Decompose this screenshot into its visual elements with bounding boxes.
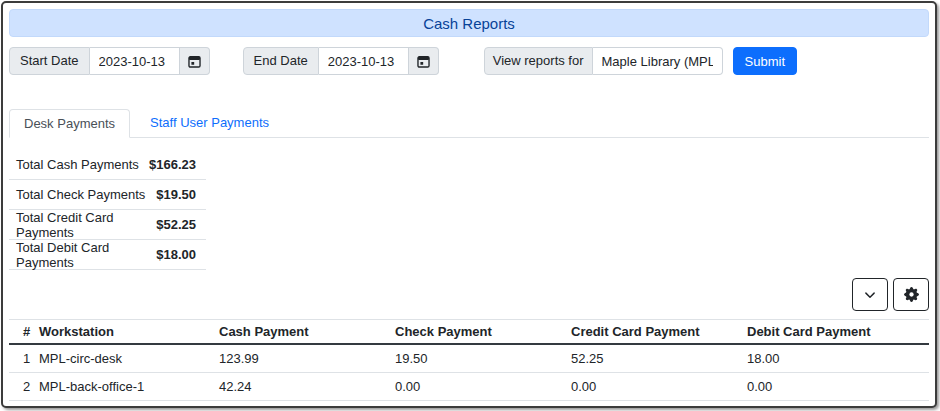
grid-settings-button[interactable] bbox=[893, 278, 929, 311]
credit-card-payment-cell: 0.00 bbox=[563, 373, 739, 401]
total-label: Total Debit Card Payments bbox=[16, 240, 156, 270]
start-date-group: Start Date bbox=[9, 47, 210, 75]
grid-header-row: # Workstation Cash Payment Check Payment… bbox=[9, 320, 929, 345]
debit-card-payment-cell: 18.00 bbox=[739, 344, 929, 373]
workstation-cell: MPL-back-office-1 bbox=[31, 373, 211, 401]
tab-desk-payments[interactable]: Desk Payments bbox=[9, 109, 130, 138]
start-date-input[interactable] bbox=[90, 47, 180, 75]
total-label: Total Credit Card Payments bbox=[16, 210, 156, 240]
payment-totals-table: Total Cash Payments $166.23 Total Check … bbox=[9, 150, 206, 270]
chevron-down-icon bbox=[864, 289, 876, 301]
page-title: Cash Reports bbox=[9, 9, 929, 37]
row-number-cell: 1 bbox=[9, 344, 31, 373]
grid-row[interactable]: 1 MPL-circ-desk 123.99 19.50 52.25 18.00 bbox=[9, 344, 929, 373]
start-date-calendar-button[interactable] bbox=[180, 47, 210, 75]
filter-bar: Start Date End Date Vi bbox=[9, 47, 929, 75]
total-cash-payments-row: Total Cash Payments $166.23 bbox=[9, 150, 206, 180]
cash-reports-window: Cash Reports Start Date End Date bbox=[1, 1, 937, 408]
end-date-input[interactable] bbox=[319, 47, 409, 75]
payments-tab-bar: Desk Payments Staff User Payments bbox=[9, 109, 929, 138]
column-header-credit-card-payment[interactable]: Credit Card Payment bbox=[563, 320, 739, 345]
grid-toolbar bbox=[9, 278, 929, 311]
credit-card-payment-cell: 52.25 bbox=[563, 344, 739, 373]
tab-staff-user-payments[interactable]: Staff User Payments bbox=[136, 109, 283, 137]
view-reports-for-group: View reports for bbox=[484, 47, 723, 75]
column-header-debit-card-payment[interactable]: Debit Card Payment bbox=[739, 320, 929, 345]
view-reports-for-label: View reports for bbox=[484, 47, 593, 75]
row-number-cell: 2 bbox=[9, 373, 31, 401]
gear-icon bbox=[904, 287, 919, 302]
desk-payments-grid: # Workstation Cash Payment Check Payment… bbox=[9, 319, 929, 401]
column-header-check-payment[interactable]: Check Payment bbox=[387, 320, 563, 345]
workstation-cell: MPL-circ-desk bbox=[31, 344, 211, 373]
total-value: $52.25 bbox=[156, 217, 196, 232]
end-date-group: End Date bbox=[243, 47, 439, 75]
grid-actions-dropdown-button[interactable] bbox=[852, 278, 888, 311]
calendar-icon bbox=[417, 55, 430, 68]
column-header-workstation[interactable]: Workstation bbox=[31, 320, 211, 345]
total-check-payments-row: Total Check Payments $19.50 bbox=[9, 180, 206, 210]
cash-payment-cell: 123.99 bbox=[211, 344, 387, 373]
total-value: $166.23 bbox=[149, 157, 196, 172]
total-label: Total Cash Payments bbox=[16, 157, 139, 172]
start-date-label: Start Date bbox=[9, 47, 90, 75]
end-date-label: End Date bbox=[243, 47, 319, 75]
end-date-calendar-button[interactable] bbox=[409, 47, 439, 75]
total-value: $19.50 bbox=[156, 187, 196, 202]
debit-card-payment-cell: 0.00 bbox=[739, 373, 929, 401]
calendar-icon bbox=[188, 55, 201, 68]
total-debit-card-payments-row: Total Debit Card Payments $18.00 bbox=[9, 240, 206, 270]
check-payment-cell: 0.00 bbox=[387, 373, 563, 401]
total-value: $18.00 bbox=[156, 247, 196, 262]
cash-payment-cell: 42.24 bbox=[211, 373, 387, 401]
submit-button[interactable]: Submit bbox=[733, 47, 797, 75]
total-credit-card-payments-row: Total Credit Card Payments $52.25 bbox=[9, 210, 206, 240]
grid-row[interactable]: 2 MPL-back-office-1 42.24 0.00 0.00 0.00 bbox=[9, 373, 929, 401]
library-selector-input[interactable] bbox=[593, 47, 723, 75]
column-header-row-number: # bbox=[9, 320, 31, 345]
check-payment-cell: 19.50 bbox=[387, 344, 563, 373]
total-label: Total Check Payments bbox=[16, 187, 145, 202]
column-header-cash-payment[interactable]: Cash Payment bbox=[211, 320, 387, 345]
